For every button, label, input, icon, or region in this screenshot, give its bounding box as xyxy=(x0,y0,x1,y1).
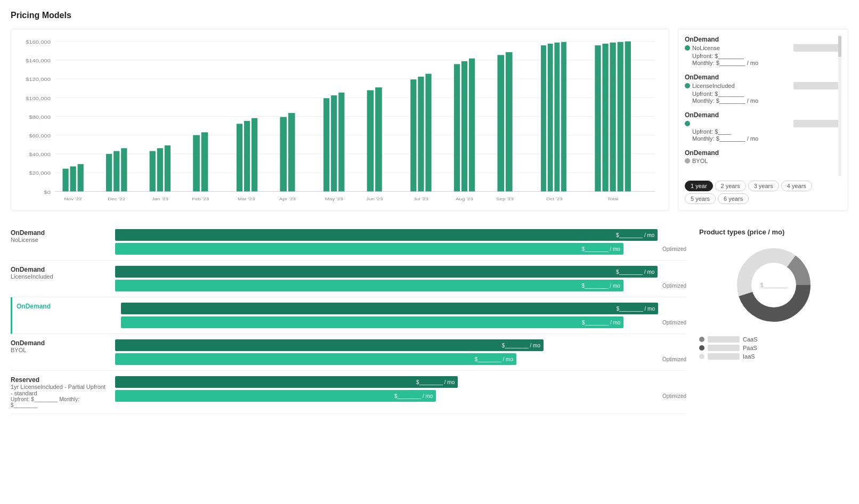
pricing-item-subdetail-5: Upfront: $________ Monthly: $________ xyxy=(11,396,107,408)
bar-row-1-1: $________ / mo xyxy=(115,229,686,241)
svg-text:Mar '23: Mar '23 xyxy=(238,197,255,201)
pricing-bars-5: $________ / mo$________ / moOptimized xyxy=(115,376,686,402)
year-btn-2[interactable]: 2 years xyxy=(715,181,746,191)
svg-text:Sep '23: Sep '23 xyxy=(496,197,514,201)
svg-rect-46 xyxy=(375,87,382,191)
year-btn-3[interactable]: 3 years xyxy=(748,181,779,191)
svg-rect-31 xyxy=(193,135,200,192)
pricing-item-label-2: OnDemandLicenseIncluded xyxy=(11,266,107,280)
pricing-bars-4: $________ / mo$________ / moOptimized xyxy=(115,339,686,365)
svg-text:$60,000: $60,000 xyxy=(29,133,51,138)
svg-rect-41 xyxy=(323,98,329,191)
donut-legend-iaas: IaaS xyxy=(699,353,848,360)
svg-text:$160,000: $160,000 xyxy=(26,39,51,44)
legend-scroll[interactable]: OnDemand NoLicense Upfront: $________ Mo… xyxy=(685,36,841,172)
svg-rect-29 xyxy=(165,145,171,191)
bar-fill-4-2: $________ / mo xyxy=(115,353,516,365)
svg-text:$120,000: $120,000 xyxy=(26,77,51,82)
pricing-list: OnDemandNoLicense$________ / mo$________… xyxy=(11,224,686,414)
bar-optimized-label-4-2: Optimized xyxy=(654,356,686,362)
bar-container-5-1: $________ / mo xyxy=(115,376,686,388)
year-btn-6[interactable]: 6 years xyxy=(718,193,749,204)
bar-container-3-1: $________ / mo xyxy=(121,303,686,314)
svg-text:$100,000: $100,000 xyxy=(26,96,51,101)
svg-text:Oct '23: Oct '23 xyxy=(546,197,563,201)
legend-price-row-upfront-3: Upfront: $____ xyxy=(692,128,841,135)
svg-rect-20 xyxy=(70,166,76,191)
donut-chart-svg: $________ xyxy=(726,242,822,328)
svg-rect-21 xyxy=(78,164,84,191)
bar-container-1-2: $________ / mo xyxy=(115,243,650,255)
svg-rect-56 xyxy=(497,55,504,191)
svg-rect-28 xyxy=(157,148,163,191)
legend-title-2: OnDemand xyxy=(685,74,841,81)
svg-rect-27 xyxy=(150,151,156,192)
year-btn-4[interactable]: 4 years xyxy=(781,181,812,191)
svg-text:Feb '23: Feb '23 xyxy=(192,197,209,201)
year-btn-5[interactable]: 5 years xyxy=(685,193,716,204)
top-section: $0 $20,000 $40,000 $60,000 $80,000 $100,… xyxy=(11,29,848,211)
svg-rect-38 xyxy=(280,117,287,192)
year-btn-1[interactable]: 1 year xyxy=(685,181,713,191)
svg-rect-19 xyxy=(62,169,68,192)
page-container: Pricing Models xyxy=(0,0,859,504)
svg-text:Dec '22: Dec '22 xyxy=(108,197,125,201)
donut-wrapper: $________ xyxy=(699,242,848,328)
bar-price-3-1: $________ / mo xyxy=(617,306,655,312)
svg-text:$40,000: $40,000 xyxy=(29,152,51,157)
bar-price-5-1: $________ / mo xyxy=(416,379,455,385)
pricing-item-label-1: OnDemandNoLicense xyxy=(11,229,107,243)
bar-container-2-2: $________ / mo xyxy=(115,280,650,291)
donut-price-iaas xyxy=(708,353,740,360)
legend-subtitle-2: LicenseIncluded xyxy=(685,82,841,90)
svg-rect-53 xyxy=(461,61,467,191)
bottom-section: OnDemandNoLicense$________ / mo$________… xyxy=(11,224,848,414)
legend-price-row-monthly-2: Monthly: $________ / mo xyxy=(692,97,841,104)
pricing-bars-3: $________ / mo$________ / moOptimized xyxy=(121,303,686,328)
svg-rect-59 xyxy=(541,45,546,191)
svg-text:Jun '23: Jun '23 xyxy=(366,197,383,201)
svg-rect-60 xyxy=(548,44,553,191)
bar-fill-2-2: $________ / mo xyxy=(115,280,623,291)
svg-rect-32 xyxy=(201,132,208,191)
pricing-item-5: Reserved1yr LicenseIncluded - Partial Up… xyxy=(11,371,686,414)
bar-row-1-2: $________ / moOptimized xyxy=(115,243,686,255)
legend-item-2: OnDemand LicenseIncluded Upfront: $_____… xyxy=(685,74,841,104)
svg-rect-49 xyxy=(418,77,424,191)
donut-dot-iaas xyxy=(699,354,704,359)
svg-text:$140,000: $140,000 xyxy=(26,58,51,63)
legend-title-1: OnDemand xyxy=(685,36,841,43)
bar-price-2-2: $________ / mo xyxy=(582,283,620,289)
donut-legend-paas: PaaS xyxy=(699,345,848,351)
bar-container-1-1: $________ / mo xyxy=(115,229,686,241)
legend-item-4: OnDemand BYOL xyxy=(685,149,841,164)
svg-text:Aug '23: Aug '23 xyxy=(456,197,473,201)
bar-price-3-2: $________ / mo xyxy=(582,320,620,326)
bar-row-5-1: $________ / mo xyxy=(115,376,686,388)
bar-container-3-2: $________ / mo xyxy=(121,316,650,328)
bar-row-3-2: $________ / moOptimized xyxy=(121,316,686,328)
svg-rect-65 xyxy=(602,44,608,191)
chart-area: $0 $20,000 $40,000 $60,000 $80,000 $100,… xyxy=(11,29,669,211)
bar-fill-1-2: $________ / mo xyxy=(115,243,623,255)
legend-price-row-monthly-1: Monthly: $________ / mo xyxy=(692,60,841,66)
bar-container-5-2: $________ / mo xyxy=(115,390,650,402)
bar-fill-1-1: $________ / mo xyxy=(115,229,658,241)
scrollbar-track[interactable] xyxy=(838,36,841,176)
svg-rect-48 xyxy=(410,79,416,191)
pricing-item-label-5: Reserved1yr LicenseIncluded - Partial Up… xyxy=(11,376,107,408)
pricing-item-1: OnDemandNoLicense$________ / mo$________… xyxy=(11,224,686,261)
svg-text:Apr '23: Apr '23 xyxy=(279,197,296,201)
legend-item-3: OnDemand Upfront: $____ Monthly: $______… xyxy=(685,111,841,142)
legend-subtitle-1: NoLicense xyxy=(685,44,841,52)
bar-price-4-1: $________ / mo xyxy=(502,343,540,348)
pricing-item-title-2: OnDemand xyxy=(11,266,107,273)
legend-price-row-upfront-2: Upfront: $________ xyxy=(692,91,841,97)
pricing-item-label-4: OnDemandBYOL xyxy=(11,339,107,353)
pricing-item-title-5: Reserved xyxy=(11,376,107,384)
svg-rect-34 xyxy=(237,124,242,191)
svg-text:Nov '22: Nov '22 xyxy=(64,197,82,201)
legend-item-1: OnDemand NoLicense Upfront: $________ Mo… xyxy=(685,36,841,66)
scrollbar-thumb[interactable] xyxy=(838,36,841,57)
bar-fill-5-1: $________ / mo xyxy=(115,376,458,388)
